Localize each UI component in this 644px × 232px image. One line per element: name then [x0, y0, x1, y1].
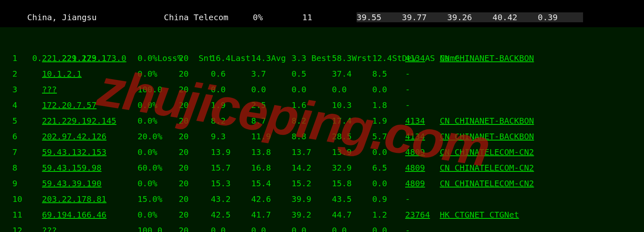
- hop-stdev: 12.4: [372, 50, 405, 66]
- hop-avg: 42.6: [251, 191, 292, 207]
- hop-snt: 20: [179, 113, 211, 129]
- hop-stdev: 1.2: [372, 207, 405, 223]
- hop-number: 4: [12, 97, 42, 113]
- hop-loss: 60.0%: [138, 160, 179, 176]
- hop-best: 0.5: [292, 66, 332, 82]
- hop-as-name[interactable]: CN CHINANET-BACKBON: [440, 129, 534, 144]
- hop-snt: 20: [179, 160, 211, 176]
- hop-avg: 16.8: [251, 160, 292, 176]
- hop-best: 8.2: [292, 113, 332, 129]
- hop-host[interactable]: ???: [42, 223, 138, 232]
- hop-best: 3.3: [292, 50, 332, 66]
- hop-wrst: 13.9: [332, 144, 372, 160]
- hop-stdev: 0.0: [372, 82, 405, 97]
- hop-as[interactable]: 4134: [405, 50, 440, 66]
- hop-host[interactable]: 221.229.173.1: [42, 50, 138, 66]
- hop-avg: 41.7: [251, 207, 292, 223]
- hop-avg: 2.5: [251, 97, 292, 113]
- hop-as-name[interactable]: CN CHINANET-BACKBON: [440, 50, 534, 66]
- traceroute-panel: 0.221.229.173.0Loss%SntLastAvgBestWrstSt…: [0, 27, 644, 232]
- hop-stdev: 1.8: [372, 97, 405, 113]
- hop-avg: 11.9: [251, 129, 292, 144]
- hop-wrst: 17.4: [332, 113, 372, 129]
- hop-snt: 20: [179, 97, 211, 113]
- summary-stdev: 0.39: [538, 12, 583, 22]
- hop-host[interactable]: 59.43.159.98: [42, 160, 138, 176]
- hop-last: 15.3: [211, 176, 251, 191]
- hop-last: 15.7: [211, 160, 251, 176]
- hop-number: 2: [12, 66, 42, 82]
- hop-number: 6: [12, 129, 42, 144]
- summary-bar: China, JiangsuChina Telecom0%1139.5539.7…: [0, 0, 644, 25]
- table-row: 5221.229.192.1450.0%208.28.78.217.41.941…: [12, 113, 644, 129]
- hop-number: 8: [12, 160, 42, 176]
- hop-host[interactable]: 203.22.178.81: [42, 191, 138, 207]
- hop-as[interactable]: -: [405, 66, 440, 82]
- hop-as[interactable]: -: [405, 82, 440, 97]
- summary-snt: 11: [302, 12, 344, 22]
- hop-as[interactable]: 4809: [405, 144, 440, 160]
- hop-snt: 20: [179, 66, 211, 82]
- hop-host[interactable]: 221.229.192.145: [42, 113, 138, 129]
- hop-last: 43.2: [211, 191, 251, 207]
- hop-number: 9: [12, 176, 42, 191]
- hop-as[interactable]: -: [405, 191, 440, 207]
- hop-best: 39.9: [292, 191, 332, 207]
- hop-number: 12: [12, 223, 42, 232]
- hop-wrst: 32.9: [332, 160, 372, 176]
- hop-number: 3: [12, 82, 42, 97]
- hop-as[interactable]: -: [405, 223, 440, 232]
- hop-number: 7: [12, 144, 42, 160]
- hop-host[interactable]: ???: [42, 82, 138, 97]
- hop-host[interactable]: 59.43.39.190: [42, 176, 138, 191]
- hop-wrst: 10.3: [332, 97, 372, 113]
- summary-loss: 0%: [253, 12, 302, 22]
- hop-best: 15.2: [292, 176, 332, 191]
- hop-as[interactable]: 23764: [405, 207, 440, 223]
- hop-as-name[interactable]: CN CHINATELECOM-CN2: [440, 144, 534, 160]
- hop-stdev: 6.5: [372, 160, 405, 176]
- hop-loss: 20.0%: [138, 129, 179, 144]
- hop-stdev: 1.9: [372, 113, 405, 129]
- hop-as-name[interactable]: HK CTGNET CTGNet: [440, 207, 519, 223]
- hop-loss: 0.0%: [138, 66, 179, 82]
- hop-stdev: 5.7: [372, 129, 405, 144]
- hop-avg: 13.8: [251, 144, 292, 160]
- table-row: 1221.229.173.10.0%2016.414.33.358.312.44…: [12, 50, 644, 66]
- hop-host[interactable]: 202.97.42.126: [42, 129, 138, 144]
- hop-host[interactable]: 172.20.7.57: [42, 97, 138, 113]
- hop-as-name[interactable]: CN CHINATELECOM-CN2: [440, 160, 534, 176]
- hop-stdev: 8.5: [372, 66, 405, 82]
- hop-wrst: 0.0: [332, 223, 372, 232]
- hop-avg: 14.3: [251, 50, 292, 66]
- hop-avg: 8.7: [251, 113, 292, 129]
- summary-best: 39.26: [447, 12, 492, 22]
- table-row: 12???100.0200.00.00.00.00.0-: [12, 223, 644, 232]
- hop-host[interactable]: 10.1.2.1: [42, 66, 138, 82]
- hop-snt: 20: [179, 191, 211, 207]
- hop-best: 0.0: [292, 223, 332, 232]
- hop-host[interactable]: 69.194.166.46: [42, 207, 138, 223]
- hop-as-name[interactable]: CN CHINANET-BACKBON: [440, 113, 534, 129]
- hop-as-name[interactable]: CN CHINATELECOM-CN2: [440, 176, 534, 191]
- summary-worst: 40.42: [492, 12, 538, 22]
- hop-best: 1.6: [292, 97, 332, 113]
- hop-last: 13.9: [211, 144, 251, 160]
- hop-avg: 0.0: [251, 82, 292, 97]
- hop-as[interactable]: 4809: [405, 176, 440, 191]
- hop-avg: 0.0: [251, 223, 292, 232]
- hop-as[interactable]: 4134: [405, 129, 440, 144]
- hop-wrst: 58.3: [332, 50, 372, 66]
- table-row: 210.1.2.10.0%200.63.70.537.48.5-: [12, 66, 644, 82]
- hop-as[interactable]: 4809: [405, 160, 440, 176]
- hop-as[interactable]: 4134: [405, 113, 440, 129]
- hop-wrst: 0.0: [332, 82, 372, 97]
- hop-best: 13.7: [292, 144, 332, 160]
- hop-as[interactable]: -: [405, 97, 440, 113]
- hop-loss: 100.0: [138, 223, 179, 232]
- table-row: 3???100.0200.00.00.00.00.0-: [12, 82, 644, 97]
- hop-loss: 15.0%: [138, 191, 179, 207]
- hop-best: 0.0: [292, 82, 332, 97]
- summary-provider: China Telecom: [164, 12, 253, 22]
- hop-host[interactable]: 59.43.132.153: [42, 144, 138, 160]
